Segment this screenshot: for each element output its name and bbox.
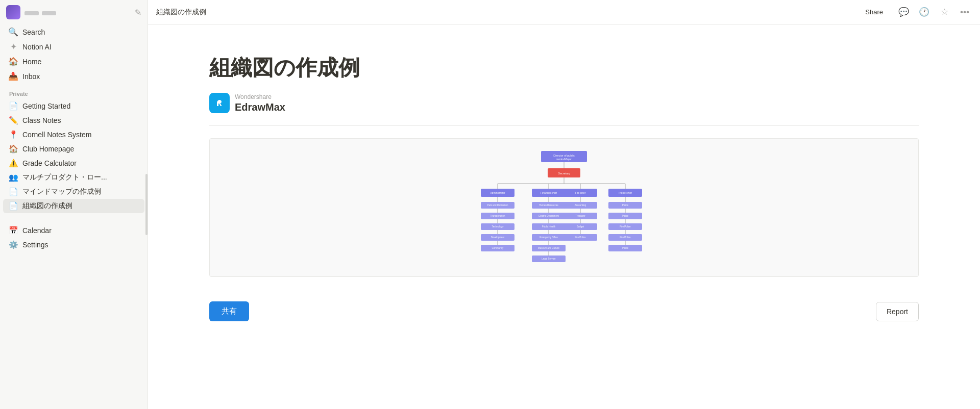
sidebar-top: ✎ — [0, 0, 148, 22]
history-icon[interactable]: 🕐 — [917, 5, 931, 19]
svg-text:Accounting: Accounting — [575, 204, 586, 207]
svg-text:Transportation: Transportation — [491, 215, 505, 217]
svg-text:Electric Department: Electric Department — [538, 215, 559, 217]
svg-text:Police: Police — [622, 215, 629, 217]
topbar-right: Share 💬 🕐 ☆ ••• — [858, 5, 972, 19]
sidebar-pages-list: 📄 Getting Started ✏️ Class Notes 📍 Corne… — [0, 99, 148, 409]
svg-text:Legal Service: Legal Service — [542, 258, 556, 260]
svg-text:Fire chief: Fire chief — [575, 191, 586, 194]
svg-text:Technology: Technology — [492, 225, 504, 228]
svg-text:Human Resources: Human Resources — [539, 204, 558, 207]
brand-name-block: Wondershare EdrawMax — [235, 93, 285, 113]
svg-text:Administrator: Administrator — [490, 191, 505, 194]
sidebar: ✎ 🔍 Search ✦ Notion AI 🏠 Home 📥 Inbox Pr… — [0, 0, 148, 409]
svg-text:Development: Development — [491, 236, 505, 239]
sidebar-nav: 🔍 Search ✦ Notion AI 🏠 Home 📥 Inbox — [0, 22, 148, 86]
share-blue-button[interactable]: 共有 — [209, 301, 249, 321]
svg-text:Police chief: Police chief — [619, 191, 632, 194]
sidebar-item-club-homepage[interactable]: 🏠 Club Homepage — [3, 142, 144, 156]
brand-logo — [209, 93, 230, 113]
sidebar-item-org-chart[interactable]: 📄 組織図の作成例 — [3, 199, 144, 213]
mindmap-icon: 📄 — [8, 187, 18, 196]
sidebar-item-mindmap[interactable]: 📄 マインドマップの作成例 — [3, 185, 144, 199]
report-button[interactable]: Report — [876, 302, 919, 321]
sidebar-item-grade-calculator[interactable]: ⚠️ Grade Calculator — [3, 156, 144, 170]
workspace-logo — [6, 5, 20, 19]
svg-text:Public Health: Public Health — [542, 225, 556, 228]
svg-text:Fire Police: Fire Police — [620, 225, 631, 228]
share-button[interactable]: Share — [858, 6, 890, 18]
sidebar-item-inbox[interactable]: 📥 Inbox — [3, 69, 144, 84]
more-icon[interactable]: ••• — [958, 5, 972, 19]
club-icon: 🏠 — [8, 144, 18, 154]
sidebar-item-search[interactable]: 🔍 Search — [3, 24, 144, 39]
settings-icon: ⚙️ — [8, 240, 18, 249]
sidebar-item-settings[interactable]: ⚙️ Settings — [3, 238, 144, 252]
svg-text:Fire Police: Fire Police — [575, 236, 586, 239]
calendar-icon: 📅 — [8, 226, 18, 235]
org-chart-icon: 📄 — [8, 201, 18, 211]
pin-icon: 📍 — [8, 130, 18, 139]
breadcrumb: 組織図の作成例 — [156, 8, 206, 17]
calculator-icon: ⚠️ — [8, 159, 18, 168]
page-icon: 📄 — [8, 101, 18, 111]
search-icon: 🔍 — [8, 27, 18, 37]
svg-text:works/Major: works/Major — [556, 158, 572, 161]
bottom-bar: 共有 Report — [209, 293, 919, 321]
svg-text:Director of public: Director of public — [553, 154, 575, 157]
svg-text:Police: Police — [622, 247, 629, 249]
sidebar-item-notion-ai[interactable]: ✦ Notion AI — [3, 39, 144, 54]
main-content: 組織図の作成例 Share 💬 🕐 ☆ ••• 組織図の作成例 Wondersh… — [148, 0, 980, 409]
svg-text:Museum and Culture: Museum and Culture — [538, 247, 559, 249]
page-content: 組織図の作成例 Wondershare EdrawMax Director of… — [148, 24, 980, 409]
svg-text:Police: Police — [622, 204, 629, 207]
sidebar-item-calendar[interactable]: 📅 Calendar — [3, 223, 144, 238]
svg-text:Secretary: Secretary — [558, 172, 570, 175]
svg-text:Budget: Budget — [577, 225, 584, 228]
edit-icon[interactable]: ✎ — [135, 8, 141, 17]
favorite-icon[interactable]: ☆ — [937, 5, 951, 19]
svg-text:Community: Community — [492, 247, 504, 249]
brand-block: Wondershare EdrawMax — [209, 93, 919, 126]
svg-text:Fire Police: Fire Police — [620, 236, 631, 239]
svg-text:Financial chief: Financial chief — [541, 191, 557, 194]
brand-subtitle: Wondershare — [235, 93, 285, 100]
sidebar-item-getting-started[interactable]: 📄 Getting Started — [3, 99, 144, 113]
sidebar-item-class-notes[interactable]: ✏️ Class Notes — [3, 113, 144, 127]
sidebar-item-home[interactable]: 🏠 Home — [3, 54, 144, 69]
svg-text:Park and Recreation: Park and Recreation — [487, 204, 508, 207]
brand-main-name: EdrawMax — [235, 101, 285, 113]
multi-icon: 👥 — [8, 173, 18, 182]
inbox-icon: 📥 — [8, 71, 18, 81]
org-chart-svg: Director of public works/Major Secretary… — [467, 149, 661, 266]
page-title: 組織図の作成例 — [209, 55, 919, 81]
sidebar-item-multi-product[interactable]: 👥 マルチプロダクト・ロー... — [3, 170, 144, 185]
pencil-icon: ✏️ — [8, 116, 18, 125]
topbar: 組織図の作成例 Share 💬 🕐 ☆ ••• — [148, 0, 980, 24]
org-chart-diagram: Director of public works/Major Secretary… — [209, 138, 919, 277]
svg-text:Emergency Office: Emergency Office — [540, 236, 558, 239]
scroll-indicator — [145, 174, 148, 235]
comment-icon[interactable]: 💬 — [896, 5, 911, 19]
private-section-label: Private — [0, 86, 148, 99]
workspace-info[interactable] — [6, 5, 56, 19]
svg-text:Treasurer: Treasurer — [575, 215, 585, 217]
topbar-left: 組織図の作成例 — [156, 8, 206, 17]
notion-ai-icon: ✦ — [8, 42, 18, 52]
home-icon: 🏠 — [8, 57, 18, 66]
sidebar-item-cornell-notes[interactable]: 📍 Cornell Notes System — [3, 127, 144, 142]
